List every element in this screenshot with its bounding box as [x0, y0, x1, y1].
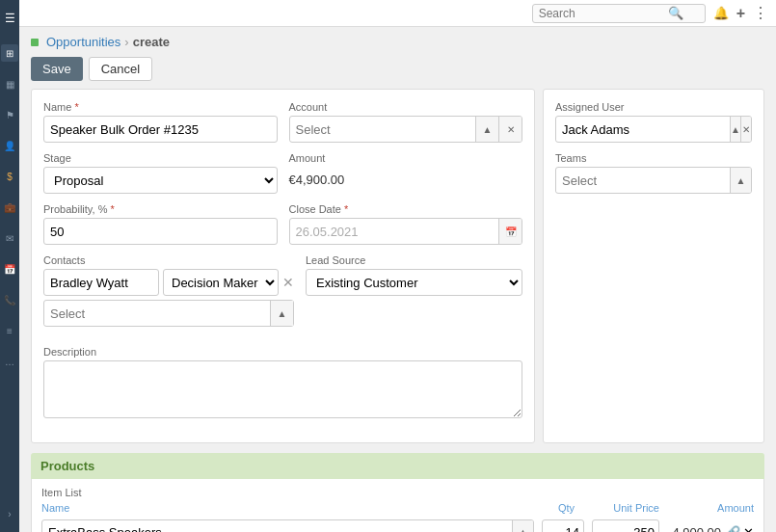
search-icon: 🔍	[668, 6, 683, 20]
close-date-input[interactable]	[290, 221, 499, 243]
amount-label: Amount	[289, 152, 523, 164]
amount-group: Amount €4,900.00	[289, 152, 523, 194]
products-header: Products	[31, 453, 764, 479]
breadcrumb-separator: ›	[124, 35, 128, 49]
home-icon[interactable]: ⊞	[1, 44, 18, 62]
assigned-user-clear-btn[interactable]: ✕	[740, 117, 751, 142]
contact-name-input[interactable]	[43, 269, 159, 296]
product-link-icon[interactable]: 🔗	[725, 525, 740, 533]
search-box[interactable]: 🔍	[532, 4, 706, 23]
stage-select[interactable]: Proposal	[43, 167, 278, 194]
col-qty-header: Qty	[526, 502, 575, 514]
briefcase-icon[interactable]: 💼	[1, 199, 18, 216]
product-amount-value: 4,900.00	[672, 525, 721, 533]
contacts-icon[interactable]: 👤	[1, 137, 18, 154]
product-qty-input[interactable]	[542, 519, 584, 532]
teams-input[interactable]	[556, 170, 730, 192]
col-amount-header: Amount	[667, 502, 754, 514]
form-row-3: Probability, % * Close Date * 📅	[43, 203, 522, 245]
contact-add-row: ▲	[43, 300, 294, 327]
description-group: Description	[43, 346, 522, 421]
products-body: Item List Name Qty Unit Price Amount ▲ 4…	[31, 479, 764, 532]
name-group: Name *	[43, 101, 278, 143]
close-date-label: Close Date *	[289, 203, 523, 215]
calendar-nav-icon[interactable]: 📅	[1, 260, 18, 278]
phone-icon[interactable]: 📞	[1, 291, 18, 308]
col-unit-price-header: Unit Price	[582, 502, 659, 514]
contact-add-input[interactable]	[44, 303, 270, 325]
more-nav-icon[interactable]: …	[1, 353, 18, 370]
search-input[interactable]	[539, 7, 664, 20]
stage-label: Stage	[43, 152, 278, 164]
product-price-input[interactable]	[592, 519, 659, 532]
product-expand-btn[interactable]: ▲	[512, 520, 533, 532]
account-input[interactable]	[290, 119, 476, 141]
dollar-icon[interactable]: $	[1, 168, 18, 185]
assigned-user-wrap: ▲ ✕	[555, 116, 752, 143]
description-textarea[interactable]	[43, 360, 522, 418]
main-form: Name * Account ▲ ✕	[31, 89, 535, 443]
lead-source-label: Lead Source	[306, 254, 522, 266]
lead-source-select[interactable]: Existing Customer	[306, 269, 522, 296]
contact-remove-btn[interactable]: ✕	[282, 276, 294, 289]
lead-source-group: Lead Source Existing Customer	[306, 254, 522, 296]
topbar: 🔍 🔔 + ⋮	[19, 0, 776, 27]
product-name-input[interactable]	[42, 523, 512, 533]
col-name-header: Name	[41, 502, 519, 514]
products-section: Products Item List Name Qty Unit Price A…	[19, 453, 776, 532]
add-icon[interactable]: +	[736, 5, 745, 22]
breadcrumb-dot	[31, 39, 39, 46]
side-panel: Assigned User ▲ ✕ Teams ▲	[543, 89, 764, 443]
account-label: Account	[289, 101, 523, 113]
name-label: Name *	[43, 101, 278, 113]
contacts-group: Contacts Decision Maker ✕ ▲	[43, 254, 294, 327]
toolbar: Save Cancel	[19, 53, 776, 89]
probability-group: Probability, % *	[43, 203, 278, 245]
list-icon[interactable]: ≡	[1, 322, 18, 339]
chart-icon[interactable]: ▦	[1, 75, 18, 93]
product-action-icons: 🔗 ✕	[725, 525, 754, 533]
account-expand-btn[interactable]: ▲	[475, 117, 498, 142]
assigned-user-expand-btn[interactable]: ▲	[730, 117, 740, 142]
breadcrumb-current: create	[133, 35, 170, 49]
account-group: Account ▲ ✕	[289, 101, 523, 143]
teams-label: Teams	[555, 152, 752, 164]
form-row-4: Contacts Decision Maker ✕ ▲	[43, 254, 522, 336]
form-row-2: Stage Proposal Amount €4,900.00	[43, 152, 522, 194]
bell-icon[interactable]: 🔔	[713, 6, 729, 20]
stage-group: Stage Proposal	[43, 152, 278, 194]
probability-input[interactable]	[43, 218, 278, 245]
breadcrumb: Opportunities › create	[19, 27, 776, 53]
teams-expand-btn[interactable]: ▲	[730, 168, 751, 193]
form-area: Name * Account ▲ ✕	[19, 89, 776, 443]
contact-role-select[interactable]: Decision Maker	[163, 269, 279, 296]
contact-collapse-btn[interactable]: ▲	[270, 301, 293, 326]
hamburger-icon[interactable]: ☰	[1, 10, 18, 27]
collapse-nav-icon[interactable]: ›	[1, 505, 18, 522]
probability-label: Probability, % *	[43, 203, 278, 215]
teams-wrap: ▲	[555, 167, 752, 194]
product-amount-wrap: 4,900.00 🔗 ✕	[667, 525, 754, 533]
amount-value: €4,900.00	[289, 167, 523, 193]
page-content: Opportunities › create Save Cancel Name …	[19, 27, 776, 532]
product-name-wrap: ▲	[41, 519, 534, 532]
description-label: Description	[43, 346, 522, 358]
email-icon[interactable]: ✉	[1, 229, 18, 247]
breadcrumb-parent[interactable]: Opportunities	[46, 35, 120, 49]
calendar-btn[interactable]: 📅	[498, 219, 522, 244]
tag-icon[interactable]: ⚑	[1, 106, 18, 123]
name-input[interactable]	[43, 116, 278, 143]
account-clear-btn[interactable]: ✕	[498, 117, 522, 142]
products-column-headers: Name Qty Unit Price Amount	[41, 502, 754, 514]
assigned-user-label: Assigned User	[555, 101, 752, 113]
assigned-user-input[interactable]	[556, 119, 730, 141]
save-button[interactable]: Save	[31, 57, 83, 81]
item-list-label: Item List	[41, 487, 754, 498]
product-remove-icon[interactable]: ✕	[743, 525, 754, 533]
more-icon[interactable]: ⋮	[753, 4, 768, 22]
product-row: ▲ 4,900.00 🔗 ✕	[41, 519, 754, 532]
cancel-button[interactable]: Cancel	[89, 57, 152, 81]
form-row-1: Name * Account ▲ ✕	[43, 101, 522, 143]
contact-item: Decision Maker ✕	[43, 269, 294, 296]
close-date-group: Close Date * 📅	[289, 203, 523, 245]
